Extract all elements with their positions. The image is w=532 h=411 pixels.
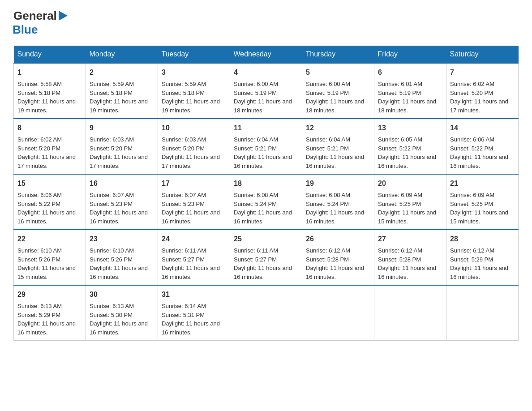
sunset-text: Sunset: 5:19 PM [378, 90, 421, 96]
sunrise-text: Sunrise: 6:13 AM [17, 303, 62, 309]
day-number: 29 [17, 289, 82, 300]
daylight-text: Daylight: 11 hours and 19 minutes. [90, 98, 148, 114]
sunset-text: Sunset: 5:23 PM [162, 201, 205, 207]
calendar-week-1: 1Sunrise: 5:58 AMSunset: 5:18 PMDaylight… [14, 63, 519, 119]
day-number: 23 [90, 234, 154, 244]
day-number: 21 [450, 178, 515, 189]
daylight-text: Daylight: 11 hours and 16 minutes. [306, 154, 364, 169]
sunset-text: Sunset: 5:22 PM [17, 201, 60, 207]
day-number: 14 [450, 123, 515, 133]
sunrise-text: Sunrise: 6:12 AM [378, 247, 422, 254]
sunset-text: Sunset: 5:28 PM [378, 256, 421, 263]
weekday-header-friday: Friday [374, 46, 446, 63]
sunset-text: Sunset: 5:25 PM [450, 201, 493, 207]
sunrise-text: Sunrise: 6:11 AM [162, 247, 206, 254]
daylight-text: Daylight: 11 hours and 18 minutes. [378, 98, 436, 114]
weekday-header-tuesday: Tuesday [158, 46, 230, 63]
daylight-text: Daylight: 11 hours and 16 minutes. [162, 265, 220, 280]
sunrise-text: Sunrise: 6:07 AM [162, 192, 206, 198]
daylight-text: Daylight: 11 hours and 16 minutes. [450, 154, 508, 169]
daylight-text: Daylight: 11 hours and 16 minutes. [17, 320, 76, 336]
calendar-cell: 1Sunrise: 5:58 AMSunset: 5:18 PMDaylight… [14, 63, 86, 119]
sunset-text: Sunset: 5:22 PM [450, 145, 493, 152]
sunrise-text: Sunrise: 6:10 AM [90, 247, 134, 254]
weekday-header-wednesday: Wednesday [230, 46, 302, 63]
daylight-text: Daylight: 11 hours and 19 minutes. [17, 98, 76, 114]
day-number: 4 [234, 67, 298, 78]
daylight-text: Daylight: 11 hours and 17 minutes. [450, 98, 508, 114]
daylight-text: Daylight: 11 hours and 16 minutes. [90, 320, 148, 336]
sunset-text: Sunset: 5:26 PM [90, 256, 133, 263]
day-number: 17 [162, 178, 226, 189]
day-number: 8 [17, 123, 82, 133]
sunset-text: Sunset: 5:18 PM [17, 90, 60, 96]
calendar-cell: 15Sunrise: 6:06 AMSunset: 5:22 PMDayligh… [14, 174, 86, 230]
day-number: 6 [378, 67, 442, 78]
sunset-text: Sunset: 5:25 PM [378, 201, 421, 207]
sunrise-text: Sunrise: 6:13 AM [90, 303, 134, 309]
sunrise-text: Sunrise: 6:12 AM [450, 247, 494, 254]
calendar-cell: 13Sunrise: 6:05 AMSunset: 5:22 PMDayligh… [374, 119, 446, 174]
daylight-text: Daylight: 11 hours and 19 minutes. [162, 98, 220, 114]
sunrise-text: Sunrise: 5:59 AM [162, 81, 206, 87]
calendar-cell [230, 285, 302, 341]
sunset-text: Sunset: 5:27 PM [162, 256, 205, 263]
day-number: 22 [17, 234, 82, 244]
sunrise-text: Sunrise: 5:58 AM [17, 81, 62, 87]
sunrise-text: Sunrise: 6:03 AM [90, 136, 134, 143]
sunset-text: Sunset: 5:24 PM [306, 201, 349, 207]
sunrise-text: Sunrise: 6:10 AM [17, 247, 62, 254]
sunset-text: Sunset: 5:21 PM [234, 145, 277, 152]
calendar-cell: 26Sunrise: 6:12 AMSunset: 5:28 PMDayligh… [302, 230, 374, 285]
calendar-cell: 28Sunrise: 6:12 AMSunset: 5:29 PMDayligh… [446, 230, 519, 285]
sunset-text: Sunset: 5:20 PM [90, 145, 133, 152]
sunset-text: Sunset: 5:27 PM [234, 256, 277, 263]
calendar-week-3: 15Sunrise: 6:06 AMSunset: 5:22 PMDayligh… [14, 174, 519, 230]
calendar-cell: 27Sunrise: 6:12 AMSunset: 5:28 PMDayligh… [374, 230, 446, 285]
sunrise-text: Sunrise: 6:09 AM [450, 192, 494, 198]
calendar-cell: 24Sunrise: 6:11 AMSunset: 5:27 PMDayligh… [158, 230, 230, 285]
calendar-cell: 18Sunrise: 6:08 AMSunset: 5:24 PMDayligh… [230, 174, 302, 230]
daylight-text: Daylight: 11 hours and 16 minutes. [90, 209, 148, 225]
sunset-text: Sunset: 5:18 PM [162, 90, 205, 96]
day-number: 20 [378, 178, 442, 189]
daylight-text: Daylight: 11 hours and 15 minutes. [450, 209, 508, 225]
sunset-text: Sunset: 5:19 PM [306, 90, 349, 96]
sunset-text: Sunset: 5:20 PM [450, 90, 493, 96]
sunrise-text: Sunrise: 6:02 AM [450, 81, 494, 87]
daylight-text: Daylight: 11 hours and 15 minutes. [17, 265, 76, 280]
logo-arrow-icon [59, 11, 68, 21]
sunrise-text: Sunrise: 6:14 AM [162, 303, 206, 309]
day-number: 9 [90, 123, 154, 133]
daylight-text: Daylight: 11 hours and 16 minutes. [306, 265, 364, 280]
sunrise-text: Sunrise: 6:11 AM [234, 247, 278, 254]
daylight-text: Daylight: 11 hours and 18 minutes. [234, 98, 292, 114]
sunset-text: Sunset: 5:26 PM [17, 256, 60, 263]
calendar-week-2: 8Sunrise: 6:02 AMSunset: 5:20 PMDaylight… [14, 119, 519, 174]
sunset-text: Sunset: 5:29 PM [17, 312, 60, 318]
calendar-cell [374, 285, 446, 341]
sunrise-text: Sunrise: 6:07 AM [90, 192, 134, 198]
calendar-cell: 22Sunrise: 6:10 AMSunset: 5:26 PMDayligh… [14, 230, 86, 285]
daylight-text: Daylight: 11 hours and 15 minutes. [378, 209, 436, 225]
weekday-header-saturday: Saturday [446, 46, 519, 63]
calendar-cell: 12Sunrise: 6:04 AMSunset: 5:21 PMDayligh… [302, 119, 374, 174]
sunrise-text: Sunrise: 6:09 AM [378, 192, 422, 198]
sunrise-text: Sunrise: 6:06 AM [450, 136, 494, 143]
daylight-text: Daylight: 11 hours and 16 minutes. [234, 209, 292, 225]
day-number: 3 [162, 67, 226, 78]
weekday-header-row: SundayMondayTuesdayWednesdayThursdayFrid… [14, 46, 519, 63]
calendar-cell: 16Sunrise: 6:07 AMSunset: 5:23 PMDayligh… [86, 174, 158, 230]
calendar-cell: 25Sunrise: 6:11 AMSunset: 5:27 PMDayligh… [230, 230, 302, 285]
calendar-cell: 4Sunrise: 6:00 AMSunset: 5:19 PMDaylight… [230, 63, 302, 119]
calendar-cell [446, 285, 519, 341]
calendar-cell: 5Sunrise: 6:00 AMSunset: 5:19 PMDaylight… [302, 63, 374, 119]
daylight-text: Daylight: 11 hours and 16 minutes. [17, 209, 76, 225]
day-number: 15 [17, 178, 82, 189]
daylight-text: Daylight: 11 hours and 16 minutes. [378, 154, 436, 169]
sunset-text: Sunset: 5:30 PM [90, 312, 133, 318]
calendar-cell: 19Sunrise: 6:08 AMSunset: 5:24 PMDayligh… [302, 174, 374, 230]
weekday-header-monday: Monday [86, 46, 158, 63]
daylight-text: Daylight: 11 hours and 16 minutes. [234, 154, 292, 169]
calendar-cell: 30Sunrise: 6:13 AMSunset: 5:30 PMDayligh… [86, 285, 158, 341]
